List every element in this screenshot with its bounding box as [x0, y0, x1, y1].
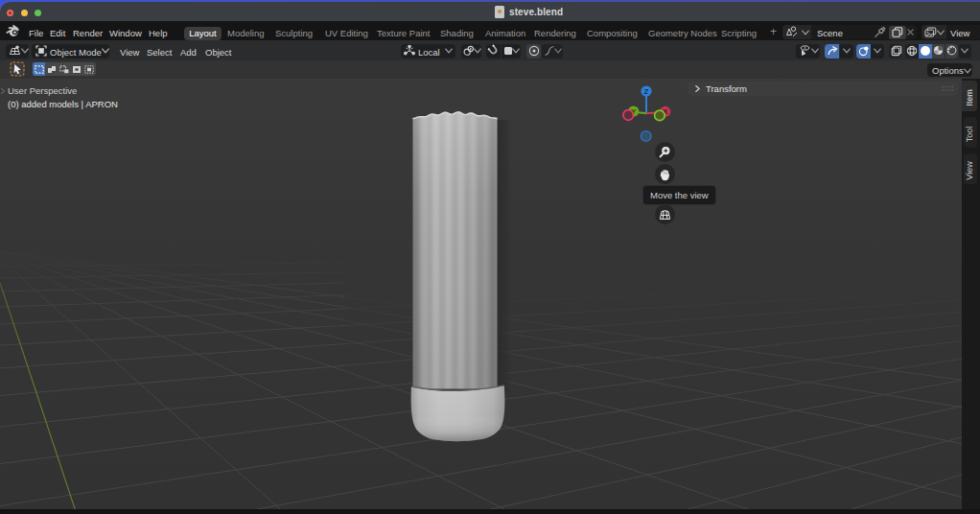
svg-text:Z: Z: [644, 87, 649, 96]
